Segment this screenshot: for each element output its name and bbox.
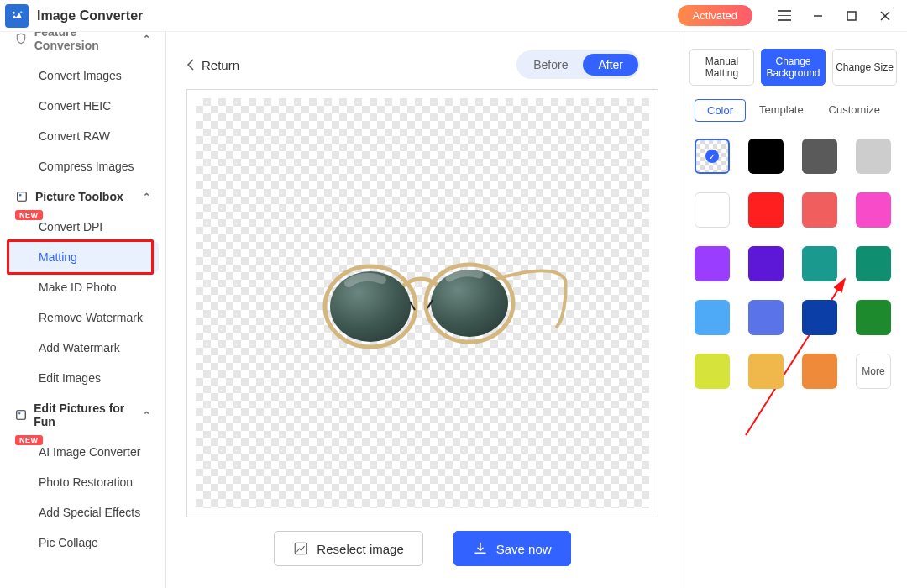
app-title: Image Converter bbox=[37, 8, 143, 24]
tab-change-background[interactable]: Change Background bbox=[761, 49, 826, 86]
image-icon bbox=[293, 541, 308, 556]
toolbox-icon bbox=[15, 190, 29, 203]
section-label: Picture Toolbox bbox=[35, 190, 123, 203]
chevron-up-icon: ⌃ bbox=[143, 192, 150, 202]
check-icon: ✓ bbox=[705, 150, 719, 163]
annotation-highlight bbox=[7, 239, 154, 275]
before-after-toggle: Before After bbox=[516, 50, 640, 79]
sidebar-item-convert-raw[interactable]: Convert RAW bbox=[0, 121, 165, 151]
subtab-template[interactable]: Template bbox=[747, 99, 815, 122]
color-swatch-grid: ✓ More bbox=[689, 135, 897, 392]
swatch-color[interactable] bbox=[856, 139, 891, 174]
sidebar-item-compress-images[interactable]: Compress Images bbox=[0, 151, 165, 181]
section-label: Feature Conversion bbox=[34, 32, 136, 52]
subtab-color[interactable]: Color bbox=[695, 99, 746, 122]
chevron-up-icon: ⌃ bbox=[143, 410, 150, 421]
sidebar: Feature Conversion ⌃ Convert Images Conv… bbox=[0, 32, 166, 588]
toggle-before[interactable]: Before bbox=[518, 54, 583, 76]
swatch-color[interactable] bbox=[856, 192, 891, 228]
shield-icon bbox=[15, 32, 28, 45]
chevron-left-icon bbox=[186, 59, 195, 71]
activated-badge[interactable]: Activated bbox=[678, 5, 752, 26]
sidebar-item-remove-watermark[interactable]: Remove Watermark bbox=[0, 302, 165, 333]
toggle-after[interactable]: After bbox=[583, 54, 638, 76]
swatch-color[interactable] bbox=[856, 300, 891, 335]
reselect-image-button[interactable]: Reselect image bbox=[274, 531, 422, 566]
swatch-color[interactable] bbox=[802, 354, 837, 389]
svg-rect-7 bbox=[17, 411, 26, 420]
svg-point-8 bbox=[18, 412, 20, 414]
swatch-color[interactable] bbox=[748, 246, 784, 281]
swatch-color[interactable] bbox=[695, 300, 730, 335]
swatch-color[interactable] bbox=[748, 354, 784, 389]
svg-rect-5 bbox=[18, 192, 27, 202]
sidebar-item-edit-images[interactable]: Edit Images bbox=[0, 363, 165, 393]
sparkle-icon bbox=[15, 408, 27, 422]
right-panel: Manual Matting Change Background Change … bbox=[679, 32, 907, 588]
return-button[interactable]: Return bbox=[186, 58, 239, 72]
svg-rect-6 bbox=[19, 194, 21, 196]
section-picture-toolbox[interactable]: Picture Toolbox ⌃ bbox=[0, 181, 165, 212]
swatch-color[interactable] bbox=[695, 192, 730, 228]
reselect-label: Reselect image bbox=[317, 542, 403, 556]
more-colors-button[interactable]: More bbox=[856, 354, 891, 389]
swatch-color[interactable] bbox=[748, 139, 784, 174]
swatch-color[interactable] bbox=[802, 192, 837, 228]
subtab-customize[interactable]: Customize bbox=[817, 99, 892, 122]
swatch-color[interactable] bbox=[748, 192, 784, 228]
swatch-color[interactable] bbox=[748, 300, 784, 335]
svg-point-10 bbox=[330, 271, 411, 342]
minimize-button[interactable] bbox=[801, 1, 835, 31]
svg-point-0 bbox=[13, 11, 15, 13]
svg-point-12 bbox=[431, 270, 508, 337]
section-feature-conversion[interactable]: Feature Conversion ⌃ bbox=[0, 32, 165, 60]
svg-rect-14 bbox=[296, 543, 307, 554]
swatch-color[interactable] bbox=[695, 246, 730, 281]
section-label: Edit Pictures for Fun bbox=[34, 402, 136, 428]
save-button[interactable]: Save now bbox=[454, 531, 571, 566]
svg-rect-2 bbox=[847, 12, 856, 20]
return-label: Return bbox=[202, 58, 239, 72]
swatch-color[interactable] bbox=[802, 139, 837, 174]
sidebar-item-photo-restoration[interactable]: Photo Restoration bbox=[0, 467, 165, 497]
sidebar-item-pic-collage[interactable]: Pic Collage bbox=[0, 528, 165, 558]
sidebar-item-add-special-effects[interactable]: Add Special Effects bbox=[0, 497, 165, 528]
maximize-button[interactable] bbox=[835, 1, 868, 31]
chevron-up-icon: ⌃ bbox=[143, 34, 150, 45]
sidebar-item-make-id-photo[interactable]: Make ID Photo bbox=[0, 272, 165, 302]
swatch-color[interactable] bbox=[856, 246, 891, 281]
transparent-bg bbox=[196, 98, 649, 508]
section-edit-fun[interactable]: Edit Pictures for Fun ⌃ bbox=[0, 393, 165, 437]
download-icon bbox=[473, 541, 488, 556]
titlebar: Image Converter Activated bbox=[0, 0, 907, 32]
image-subject bbox=[271, 236, 574, 370]
swatch-color[interactable] bbox=[695, 354, 730, 389]
sidebar-item-convert-heic[interactable]: Convert HEIC bbox=[0, 91, 165, 121]
sidebar-item-add-watermark[interactable]: Add Watermark bbox=[0, 333, 165, 363]
swatch-color[interactable] bbox=[802, 300, 837, 335]
menu-icon[interactable] bbox=[768, 1, 801, 31]
tab-manual-matting[interactable]: Manual Matting bbox=[689, 49, 754, 86]
sidebar-item-convert-images[interactable]: Convert Images bbox=[0, 60, 165, 91]
app-logo-icon bbox=[5, 4, 29, 28]
swatch-transparent[interactable]: ✓ bbox=[695, 139, 730, 174]
save-label: Save now bbox=[496, 542, 552, 556]
close-button[interactable] bbox=[868, 1, 902, 31]
tab-change-size[interactable]: Change Size bbox=[832, 49, 897, 86]
sidebar-item-convert-dpi[interactable]: Convert DPI bbox=[0, 212, 165, 242]
canvas[interactable] bbox=[186, 89, 658, 517]
main-area: Return Before After bbox=[166, 32, 679, 588]
sidebar-item-ai-image-converter[interactable]: AI Image Converter bbox=[0, 437, 165, 467]
swatch-color[interactable] bbox=[802, 246, 837, 281]
